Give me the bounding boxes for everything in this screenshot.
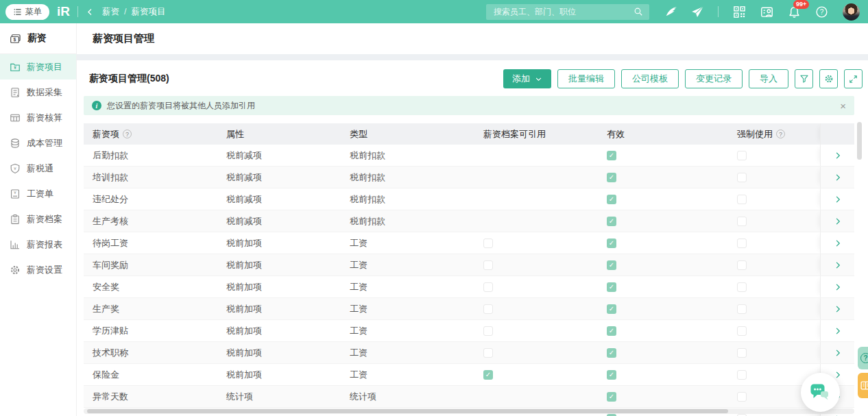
- sidebar-item-薪资档案[interactable]: 薪资档案: [0, 206, 76, 232]
- global-search[interactable]: [486, 4, 649, 20]
- row-detail-chevron-icon[interactable]: [834, 217, 842, 225]
- cell-forced: [728, 188, 820, 210]
- user-avatar[interactable]: [843, 3, 860, 21]
- checkbox-unchecked[interactable]: [737, 326, 747, 336]
- toolbar-button-批量编辑[interactable]: 批量编辑: [557, 69, 615, 88]
- vertical-scrollbar[interactable]: [857, 122, 862, 160]
- search-input[interactable]: [492, 6, 634, 17]
- checkbox-unchecked[interactable]: [483, 260, 493, 270]
- back-button[interactable]: [86, 8, 95, 16]
- row-detail-chevron-icon[interactable]: [834, 283, 842, 291]
- checkbox-checked[interactable]: [607, 392, 616, 402]
- checkbox-unchecked[interactable]: [483, 238, 493, 248]
- send-plane-icon[interactable]: [691, 5, 703, 18]
- breadcrumb-item-current[interactable]: 薪资项目: [131, 6, 165, 18]
- checkbox-checked[interactable]: [607, 282, 616, 292]
- checkbox-unchecked[interactable]: [737, 217, 747, 226]
- row-detail-chevron-icon[interactable]: [834, 195, 842, 204]
- column-help-icon[interactable]: ?: [776, 130, 785, 138]
- bell-icon[interactable]: 99+: [788, 5, 801, 19]
- sidebar-section-salary[interactable]: $ 薪资: [0, 23, 76, 53]
- cell-attribute: 税前减项: [217, 145, 341, 166]
- checkbox-unchecked[interactable]: [737, 392, 747, 402]
- topbar-icons: 99+ ?: [664, 3, 860, 21]
- breadcrumb-item[interactable]: 薪资: [102, 6, 119, 18]
- row-detail-chevron-icon[interactable]: [834, 261, 842, 269]
- contacts-icon[interactable]: [760, 5, 773, 19]
- checkbox-unchecked[interactable]: [737, 195, 747, 204]
- checkbox-checked[interactable]: [607, 326, 616, 336]
- checkbox-unchecked[interactable]: [737, 282, 747, 292]
- floating-help-button[interactable]: ?: [858, 347, 868, 369]
- menu-button[interactable]: 菜单: [5, 4, 49, 20]
- sidebar-item-label: 薪资报表: [27, 238, 62, 251]
- sidebar-item-薪税通[interactable]: ¥薪税通: [0, 156, 76, 181]
- cell-type: 统计项: [341, 386, 474, 407]
- checkbox-checked[interactable]: [607, 195, 616, 204]
- filter-button[interactable]: [795, 69, 813, 88]
- sidebar-item-成本管理[interactable]: 成本管理: [0, 130, 76, 156]
- checkbox-checked[interactable]: [607, 217, 616, 226]
- checkbox-checked[interactable]: [607, 238, 616, 248]
- sidebar-item-薪资核算[interactable]: 薪资核算: [0, 105, 76, 130]
- folder-yen-icon: ¥: [10, 62, 21, 73]
- toolbar-button-导入[interactable]: 导入: [749, 69, 788, 88]
- help-icon[interactable]: ?: [815, 5, 828, 19]
- row-detail-chevron-icon[interactable]: [834, 327, 842, 335]
- cell-valid: [598, 342, 728, 363]
- cell-attribute: 税前加项: [217, 298, 341, 319]
- sidebar-item-薪资项目[interactable]: ¥薪资项目: [0, 54, 76, 79]
- settings-button[interactable]: [819, 69, 838, 88]
- checkbox-unchecked[interactable]: [737, 173, 747, 182]
- checkbox-unchecked[interactable]: [737, 238, 747, 248]
- banner-close-icon[interactable]: ×: [840, 101, 846, 111]
- sidebar-item-薪资设置[interactable]: 薪资设置: [0, 257, 76, 282]
- cell-name: 生产奖: [84, 298, 217, 319]
- cell-valid: [598, 232, 728, 254]
- checkbox-unchecked[interactable]: [483, 304, 493, 314]
- column-help-icon[interactable]: ?: [123, 130, 132, 138]
- sidebar-item-数据采集[interactable]: 数据采集: [0, 79, 76, 105]
- toolbar-button-变更记录[interactable]: 变更记录: [685, 69, 743, 88]
- checkbox-unchecked[interactable]: [737, 151, 747, 160]
- sidebar-item-工资单[interactable]: ¥工资单: [0, 181, 76, 206]
- sidebar-item-label: 薪资项目: [27, 61, 62, 73]
- checkbox-checked[interactable]: [607, 370, 616, 380]
- checkbox-checked[interactable]: [607, 348, 616, 358]
- checkbox-unchecked[interactable]: [737, 414, 747, 416]
- checkbox-checked[interactable]: [607, 414, 616, 416]
- sidebar-item-薪资报表[interactable]: 薪资报表: [0, 232, 76, 257]
- row-detail-chevron-icon[interactable]: [834, 239, 842, 247]
- sidebar-item-label: 薪资档案: [27, 213, 62, 225]
- chat-fab-button[interactable]: [801, 373, 840, 412]
- checkbox-unchecked[interactable]: [737, 260, 747, 270]
- checkbox-unchecked[interactable]: [483, 326, 493, 336]
- floating-handbook-button[interactable]: [858, 373, 868, 398]
- checkbox-checked[interactable]: [607, 173, 616, 182]
- checkbox-unchecked[interactable]: [483, 282, 493, 292]
- cell-referencable: [474, 320, 598, 341]
- row-detail-chevron-icon[interactable]: [834, 371, 842, 379]
- checkbox-unchecked[interactable]: [737, 348, 747, 358]
- checkbox-unchecked[interactable]: [737, 370, 747, 380]
- checkbox-unchecked[interactable]: [737, 304, 747, 314]
- add-button[interactable]: 添加: [503, 69, 551, 88]
- toolbar-button-公司模板[interactable]: 公司模板: [621, 69, 679, 88]
- checkbox-checked[interactable]: [607, 151, 616, 160]
- cell-name: 违纪处分: [84, 188, 217, 210]
- checkbox-checked[interactable]: [607, 304, 616, 314]
- checkbox-checked[interactable]: [607, 260, 616, 270]
- row-detail-chevron-icon[interactable]: [834, 305, 842, 313]
- row-detail-chevron-icon[interactable]: [834, 173, 842, 182]
- wing-icon[interactable]: [664, 5, 677, 18]
- checkbox-checked[interactable]: [483, 370, 493, 380]
- expand-button[interactable]: [844, 69, 863, 88]
- qr-code-icon[interactable]: [733, 5, 746, 19]
- cell-referencable: [474, 188, 598, 210]
- checkbox-unchecked[interactable]: [483, 348, 493, 358]
- svg-text:¥: ¥: [14, 191, 16, 195]
- row-detail-chevron-icon[interactable]: [834, 151, 842, 160]
- horizontal-scrollbar-thumb[interactable]: [87, 409, 728, 413]
- table-row: 学历津贴税前加项工资: [84, 320, 854, 342]
- row-detail-chevron-icon[interactable]: [834, 349, 842, 357]
